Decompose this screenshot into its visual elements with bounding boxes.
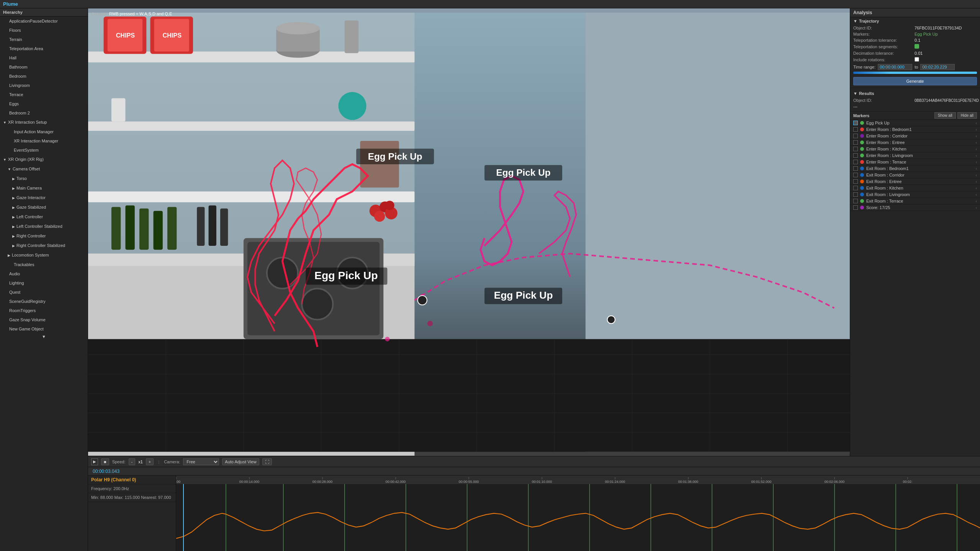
marker-checkbox-enter-room-kitchen[interactable]: [853, 147, 858, 151]
marker-checkbox-enter-room-entree[interactable]: [853, 140, 858, 145]
sidebar-item-audio[interactable]: Audio: [0, 269, 88, 278]
marker-nav-exit-room-kitchen[interactable]: ‹: [976, 186, 977, 190]
sidebar-item-quest[interactable]: Quest: [0, 288, 88, 297]
fullscreen-button[interactable]: ⛶: [262, 458, 272, 465]
marker-item-enter-room-terrace[interactable]: Enter Room : Terrace ‹: [850, 159, 980, 165]
sidebar-item-left-controller-stabilized[interactable]: ▶Left Controller Stabilized: [0, 222, 88, 231]
marker-checkbox-score[interactable]: [853, 205, 858, 210]
marker-item-score[interactable]: Score: 17/25 ‹: [850, 204, 980, 211]
marker-item-enter-room-entree[interactable]: Enter Room : Entree ‹: [850, 139, 980, 146]
marker-nav-enter-room-bedroom1[interactable]: ‹: [976, 128, 977, 132]
sidebar-item-torso[interactable]: ▶Torso: [0, 174, 88, 183]
sidebar-item-xr-interaction-manager[interactable]: XR Interaction Manager: [0, 136, 88, 146]
marker-item-egg-pick-up[interactable]: Egg Pick Up ‹: [850, 120, 980, 126]
stop-button[interactable]: ■: [101, 458, 109, 465]
marker-item-exit-room-kitchen[interactable]: Exit Room : Kitchen ‹: [850, 185, 980, 191]
marker-nav-enter-room-livingroom[interactable]: ‹: [976, 154, 977, 158]
time-range-from-input[interactable]: [878, 64, 912, 70]
show-all-button[interactable]: Show all: [934, 112, 956, 119]
sidebar-item-bedroom2[interactable]: Bedroom 2: [0, 108, 88, 118]
marker-nav-exit-room-corridor[interactable]: ‹: [976, 173, 977, 177]
marker-item-exit-room-corridor[interactable]: Exit Room : Corridor ‹: [850, 172, 980, 178]
marker-checkbox-exit-room-kitchen[interactable]: [853, 186, 858, 190]
sidebar-scroll-down[interactable]: ▼: [0, 334, 88, 340]
sidebar-item-bedroom[interactable]: Bedroom: [0, 72, 88, 81]
marker-nav-score[interactable]: ‹: [976, 206, 977, 210]
marker-label-enter-room-kitchen: Enter Room : Kitchen: [866, 147, 973, 151]
sidebar-item-locomotion-system[interactable]: ▶Locomotion System: [0, 250, 88, 260]
marker-nav-enter-room-corridor[interactable]: ‹: [976, 134, 977, 138]
marker-checkbox-enter-room-bedroom1[interactable]: [853, 127, 858, 132]
marker-item-exit-room-livingroom[interactable]: Exit Room : Livingroom ‹: [850, 191, 980, 198]
sidebar-item-terrain[interactable]: Terrain: [0, 35, 88, 44]
speed-plus-button[interactable]: +: [146, 458, 154, 465]
marker-checkbox-enter-room-corridor[interactable]: [853, 134, 858, 138]
sidebar-item-camera-offset[interactable]: ▼Camera Offset: [0, 164, 88, 174]
marker-item-enter-room-bedroom1[interactable]: Enter Room : Bedroom1 ‹: [850, 126, 980, 133]
timeline-content[interactable]: 00:0000:00:14.00000:00:28.00000:00:42.00…: [176, 476, 980, 551]
sidebar-item-floors[interactable]: Floors: [0, 26, 88, 35]
sidebar-item-roomtriggers[interactable]: RoomTriggers: [0, 306, 88, 315]
markers-list: Egg Pick Up ‹ Enter Room : Bedroom1 ‹ En…: [850, 120, 980, 211]
marker-nav-exit-room-entree[interactable]: ‹: [976, 180, 977, 184]
time-range-to-input[interactable]: [920, 64, 955, 70]
play-button[interactable]: ▶: [91, 458, 98, 465]
marker-nav-enter-room-terrace[interactable]: ‹: [976, 160, 977, 164]
timeline-chart[interactable]: [176, 484, 980, 551]
marker-checkbox-exit-room-entree[interactable]: [853, 179, 858, 184]
sidebar-item-applicationpausedetector[interactable]: ApplicationPauseDetector: [0, 16, 88, 26]
sidebar-item-new-game-object[interactable]: New Game Object: [0, 324, 88, 334]
marker-nav-enter-room-entree[interactable]: ‹: [976, 141, 977, 145]
marker-checkbox-enter-room-livingroom[interactable]: [853, 153, 858, 158]
camera-select[interactable]: Free Perspective Orthographic: [183, 458, 219, 465]
hide-all-button[interactable]: Hide all: [957, 112, 977, 119]
marker-checkbox-exit-room-corridor[interactable]: [853, 173, 858, 177]
sidebar-item-hall[interactable]: Hall: [0, 53, 88, 62]
marker-dot-exit-room-entree: [860, 180, 864, 183]
sidebar-item-teleportation-area[interactable]: Teleportation Area: [0, 44, 88, 53]
marker-nav-egg-pick-up[interactable]: ‹: [976, 121, 977, 125]
viewport[interactable]: Controls: RMB pressed + W,A,S,D and Q,E: [88, 8, 850, 456]
sidebar-item-eventsystem[interactable]: EventSystem: [0, 146, 88, 155]
marker-nav-enter-room-kitchen[interactable]: ‹: [976, 147, 977, 151]
trajectory-section-header[interactable]: ▼ Trajectory: [850, 17, 980, 25]
include-rotations-checkbox[interactable]: [915, 57, 919, 62]
sidebar-item-left-controller[interactable]: ▶Left Controller: [0, 212, 88, 222]
sidebar-item-gaze-stabilized[interactable]: ▶Gaze Stabilized: [0, 203, 88, 212]
sidebar-item-right-controller-stabilized[interactable]: ▶Right Controller Stabilized: [0, 241, 88, 250]
marker-nav-exit-room-terrace[interactable]: ‹: [976, 199, 977, 203]
marker-checkbox-enter-room-terrace[interactable]: [853, 160, 858, 164]
marker-item-enter-room-kitchen[interactable]: Enter Room : Kitchen ‹: [850, 146, 980, 152]
marker-item-enter-room-livingroom[interactable]: Enter Room : Livingroom ‹: [850, 152, 980, 159]
sidebar-item-lighting[interactable]: Lighting: [0, 278, 88, 288]
marker-checkbox-exit-room-livingroom[interactable]: [853, 192, 858, 197]
sidebar-item-terrace[interactable]: Terrace: [0, 90, 88, 99]
marker-item-exit-room-bedroom1[interactable]: Exit Room : Bedroom1 ‹: [850, 165, 980, 172]
sidebar-item-eggs[interactable]: Eggs: [0, 99, 88, 108]
sidebar-item-bathroom[interactable]: Bathroom: [0, 62, 88, 72]
marker-item-enter-room-corridor[interactable]: Enter Room : Corridor ‹: [850, 133, 980, 139]
sidebar-item-main-camera[interactable]: ▶Main Camera: [0, 183, 88, 193]
marker-nav-exit-room-bedroom1[interactable]: ‹: [976, 167, 977, 171]
sidebar-item-xr-origin[interactable]: ▼XR Origin (XR Rig): [0, 155, 88, 164]
sidebar-item-gaze-interactor[interactable]: ▶Gaze Interactor: [0, 193, 88, 203]
marker-item-exit-room-terrace[interactable]: Exit Room : Terrace ‹: [850, 198, 980, 204]
marker-label-score: Score: 17/25: [866, 205, 973, 210]
generate-button[interactable]: Generate: [853, 77, 977, 85]
marker-checkbox-exit-room-terrace[interactable]: [853, 199, 858, 203]
marker-nav-exit-room-livingroom[interactable]: ‹: [976, 193, 977, 197]
speed-minus-button[interactable]: -: [129, 458, 136, 465]
sidebar-item-trackables[interactable]: Trackables: [0, 260, 88, 269]
sidebar-item-input-action-manager[interactable]: Input Action Manager: [0, 127, 88, 136]
sidebar-item-gaze-snap-volume[interactable]: Gaze Snap Volume: [0, 315, 88, 324]
marker-checkbox-exit-room-bedroom1[interactable]: [853, 166, 858, 171]
marker-item-exit-room-entree[interactable]: Exit Room : Entree ‹: [850, 178, 980, 185]
sidebar-item-right-controller[interactable]: ▶Right Controller: [0, 231, 88, 241]
sidebar-item-xr-interaction-setup[interactable]: ▼XR Interaction Setup: [0, 118, 88, 127]
results-section-header[interactable]: ▼ Results: [850, 90, 980, 97]
sidebar-item-livingroom[interactable]: Livingroom: [0, 81, 88, 90]
sidebar-item-sceneguiregistry[interactable]: SceneGuidRegistry: [0, 297, 88, 306]
timeline-header: 00:00:03.043: [88, 467, 980, 476]
auto-adjust-button[interactable]: Auto Adjust View: [222, 458, 259, 465]
marker-checkbox-egg-pick-up[interactable]: [853, 121, 858, 125]
